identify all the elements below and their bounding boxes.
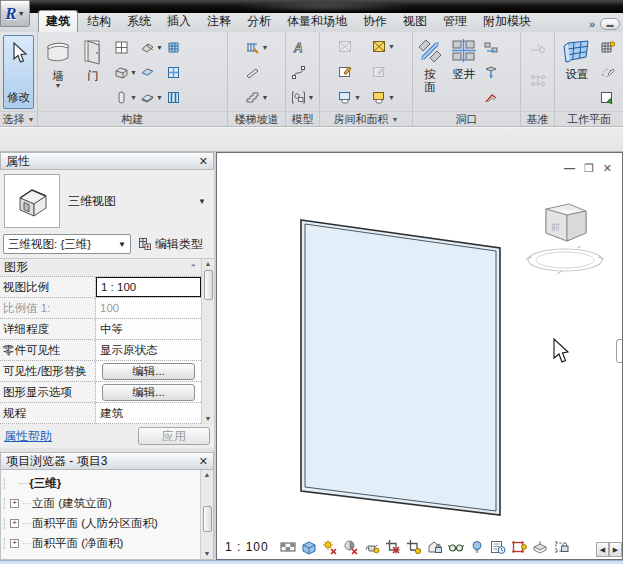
- model-text-button[interactable]: A: [291, 40, 315, 55]
- viewcube[interactable]: 前: [526, 204, 604, 274]
- ribbon-tab[interactable]: 协作: [356, 11, 394, 32]
- temporary-view-properties-icon[interactable]: [490, 538, 507, 555]
- door-button[interactable]: 门: [78, 35, 108, 85]
- property-value[interactable]: 建筑: [96, 403, 201, 423]
- ramp-button[interactable]: [245, 65, 269, 80]
- canvas-horizontal-scrollbar[interactable]: ◀ ▶: [596, 542, 622, 557]
- view-scale-button[interactable]: 1 : 100: [225, 540, 269, 554]
- analytical-model-icon[interactable]: [511, 538, 528, 555]
- group-header-graphics[interactable]: 图形 ⌃: [0, 259, 201, 277]
- workplane-viewer-button[interactable]: [599, 90, 616, 105]
- tree-item[interactable]: ┆+···立面 (建筑立面): [1, 493, 200, 513]
- tree-item[interactable]: ┆+···面积平面 (净面积): [1, 533, 200, 553]
- ref-plane-button[interactable]: [599, 65, 616, 80]
- expand-icon[interactable]: +: [10, 519, 19, 528]
- property-value[interactable]: 编辑...: [96, 382, 201, 402]
- property-value[interactable]: 显示原状态: [96, 340, 201, 360]
- panel-label-opening[interactable]: 洞口: [413, 111, 520, 126]
- panel-label-stairs[interactable]: 楼梯坡道: [228, 111, 285, 126]
- edit-button[interactable]: 编辑...: [102, 363, 195, 380]
- properties-scrollbar[interactable]: ▲ ▼: [201, 259, 214, 424]
- close-icon[interactable]: ✕: [199, 455, 208, 468]
- expand-icon[interactable]: +: [10, 499, 19, 508]
- locked-3d-view-icon[interactable]: [427, 538, 444, 555]
- room-tag-button[interactable]: ▼: [371, 39, 395, 54]
- reveal-hidden-icon[interactable]: [469, 538, 486, 555]
- railing-button[interactable]: ▼: [245, 40, 269, 55]
- ribbon-tab[interactable]: 注释: [200, 11, 238, 32]
- edit-button[interactable]: 编辑...: [102, 384, 195, 401]
- tree-item[interactable]: ┆+···面积平面 (人防分区面积): [1, 513, 200, 533]
- tab-overflow-icon[interactable]: »: [589, 18, 595, 30]
- crop-region-visibility-icon[interactable]: [406, 538, 423, 555]
- grid-button[interactable]: [529, 73, 547, 88]
- temporary-hide-isolate-icon[interactable]: [448, 538, 465, 555]
- 3d-view[interactable]: 前: [217, 153, 622, 559]
- column-button[interactable]: ▼: [114, 90, 137, 105]
- property-row[interactable]: 比例值 1:100: [0, 298, 201, 319]
- ceiling-button[interactable]: [140, 65, 163, 80]
- visual-style-icon[interactable]: [301, 538, 318, 555]
- ribbon-tab[interactable]: 分析: [240, 11, 278, 32]
- show-workplane-button[interactable]: [599, 40, 616, 55]
- detail-level-icon[interactable]: [280, 538, 297, 555]
- area-boundary-button[interactable]: [371, 64, 395, 79]
- scroll-left-icon[interactable]: ◀: [596, 542, 609, 557]
- properties-header[interactable]: 属性 ✕: [0, 152, 214, 170]
- ribbon-tab[interactable]: 结构: [80, 11, 118, 32]
- by-face-button[interactable]: 按面: [415, 35, 445, 96]
- model-group-button[interactable]: ▼: [291, 90, 315, 105]
- curtain-grid-button[interactable]: [166, 65, 181, 80]
- vertical-opening-button[interactable]: [483, 65, 499, 80]
- property-value[interactable]: 1 : 100: [96, 277, 201, 297]
- properties-help-link[interactable]: 属性帮助: [4, 428, 52, 445]
- window-button[interactable]: [114, 40, 137, 55]
- close-icon[interactable]: ✕: [199, 155, 208, 168]
- scrollbar-thumb[interactable]: [204, 270, 213, 300]
- scroll-right-icon[interactable]: ▶: [609, 542, 622, 557]
- application-menu-button[interactable]: R ▼: [0, 0, 30, 27]
- property-row[interactable]: 详细程度中等: [0, 319, 201, 340]
- edit-type-button[interactable]: 编辑类型: [135, 235, 206, 254]
- reveal-constraints-icon[interactable]: [553, 538, 570, 555]
- stair-button[interactable]: ▼: [245, 90, 269, 105]
- scrollbar-thumb[interactable]: [203, 506, 212, 532]
- ribbon-tab[interactable]: 系统: [120, 11, 158, 32]
- tag-room-button[interactable]: ▼: [337, 90, 361, 105]
- property-row[interactable]: 可见性/图形替换编辑...: [0, 361, 201, 382]
- canvas-vertical-scrollbar-thumb[interactable]: [616, 339, 623, 363]
- mullion-button[interactable]: [166, 90, 181, 105]
- ribbon-tab[interactable]: 管理: [436, 11, 474, 32]
- ribbon-tab[interactable]: 附加模块: [476, 11, 538, 32]
- property-row[interactable]: 图形显示选项编辑...: [0, 382, 201, 403]
- wall-button[interactable]: 墙 ▼: [40, 35, 76, 91]
- roof-button[interactable]: ▼: [140, 40, 163, 55]
- room-button[interactable]: [337, 39, 361, 54]
- sun-path-icon[interactable]: [322, 538, 339, 555]
- ribbon-tab[interactable]: 建筑: [38, 10, 78, 32]
- tag-area-button[interactable]: ▼: [371, 90, 395, 105]
- property-value[interactable]: 编辑...: [96, 361, 201, 381]
- property-value[interactable]: 中等: [96, 319, 201, 339]
- shadows-icon[interactable]: [343, 538, 360, 555]
- panel-label-model[interactable]: 模型: [286, 111, 319, 126]
- ribbon-tab[interactable]: 视图: [396, 11, 434, 32]
- panel-label-room-area[interactable]: 房间和面积▼: [320, 111, 412, 126]
- expand-icon[interactable]: +: [10, 539, 19, 548]
- curtain-system-button[interactable]: [166, 40, 181, 55]
- apply-button[interactable]: 应用: [138, 427, 210, 445]
- property-value[interactable]: 100: [96, 298, 201, 318]
- panel-label-workplane[interactable]: 工作平面: [555, 111, 623, 126]
- property-row[interactable]: 零件可见性显示原状态: [0, 340, 201, 361]
- panel-label-build[interactable]: 构建: [38, 111, 227, 126]
- area-button[interactable]: [337, 64, 361, 79]
- floor-button[interactable]: ▼: [140, 90, 163, 105]
- property-row[interactable]: 视图比例1 : 100: [0, 277, 201, 298]
- project-browser-header[interactable]: 项目浏览器 - 项目3 ✕: [0, 452, 214, 470]
- instance-selector-combo[interactable]: 三维视图: {三维} ▼: [3, 234, 131, 254]
- chevron-down-icon[interactable]: ▼: [198, 197, 206, 206]
- ribbon-tab[interactable]: 插入: [160, 11, 198, 32]
- ribbon-tab[interactable]: 体量和场地: [280, 11, 354, 32]
- tree-item[interactable]: ┆ ·····{三维}: [1, 473, 200, 493]
- collapse-chevron-icon[interactable]: ⌃: [189, 263, 197, 273]
